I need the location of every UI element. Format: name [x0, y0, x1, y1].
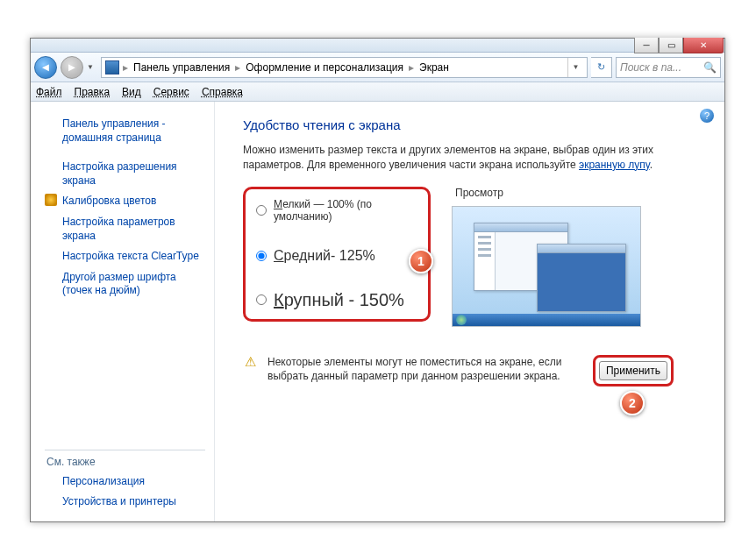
- search-icon: 🔍: [703, 61, 717, 74]
- menu-view[interactable]: Вид: [122, 86, 141, 98]
- radio-large-label: Крупный - 150%: [274, 290, 404, 310]
- search-input[interactable]: Поиск в па... 🔍: [616, 57, 721, 78]
- radio-small-label: Мелкий — 100% (по умолчанию): [274, 198, 417, 223]
- help-icon[interactable]: ?: [700, 109, 714, 123]
- control-panel-window: ─ ▭ ✕ ◄ ► ▼ ▸ Панель управления ▸ Оформл…: [30, 38, 725, 522]
- main-panel: ? Удобство чтения с экрана Можно изменит…: [215, 102, 724, 521]
- back-button[interactable]: ◄: [34, 56, 57, 79]
- options-row: Мелкий — 100% (по умолчанию) Средний- 12…: [243, 187, 702, 327]
- menu-tools[interactable]: Сервис: [153, 86, 189, 98]
- breadcrumb-dropdown[interactable]: ▼: [567, 58, 583, 77]
- chevron-right-icon[interactable]: ▸: [121, 61, 130, 74]
- preview-taskbar: [453, 314, 640, 326]
- preview-image: [452, 206, 641, 327]
- chevron-right-icon[interactable]: ▸: [407, 61, 416, 74]
- breadcrumb-appearance[interactable]: Оформление и персонализация: [244, 61, 405, 74]
- sidebar-home[interactable]: Панель управления - домашняя страница: [45, 114, 205, 148]
- control-panel-icon: [105, 60, 119, 74]
- magnifier-link[interactable]: экранную лупу: [579, 159, 650, 171]
- size-radio-group: Мелкий — 100% (по умолчанию) Средний- 12…: [243, 187, 431, 322]
- apply-wrap: Применить 2: [593, 355, 674, 386]
- radio-large[interactable]: Крупный - 150%: [256, 290, 417, 310]
- warning-row: ⚠ Некоторые элементы могут не поместитьс…: [243, 355, 702, 385]
- preview-start-icon: [456, 315, 467, 325]
- sidebar-devices[interactable]: Устройства и принтеры: [45, 492, 205, 513]
- page-title: Удобство чтения с экрана: [243, 117, 702, 132]
- menu-edit[interactable]: Правка: [75, 86, 111, 98]
- titlebar: ─ ▭ ✕: [31, 39, 724, 53]
- sidebar-calibrate[interactable]: Калибровка цветов: [45, 191, 205, 212]
- sidebar-dpi[interactable]: Другой размер шрифта (точек на дюйм): [45, 267, 205, 301]
- callout-2: 2: [620, 391, 645, 415]
- menu-file[interactable]: Файл: [36, 86, 62, 98]
- nav-bar: ◄ ► ▼ ▸ Панель управления ▸ Оформление и…: [31, 53, 724, 82]
- apply-highlight: Применить 2: [593, 355, 674, 386]
- sidebar-personalization[interactable]: Персонализация: [45, 472, 205, 493]
- radio-medium-label: Средний- 125%: [274, 248, 375, 264]
- divider: [45, 450, 205, 450]
- menu-help[interactable]: Справка: [202, 86, 243, 98]
- see-also-label: См. также: [45, 456, 205, 468]
- sidebar-cleartype[interactable]: Настройка текста ClearType: [45, 246, 205, 267]
- preview-column: Просмотр: [452, 187, 702, 327]
- callout-1: 1: [409, 249, 433, 273]
- breadcrumb-display[interactable]: Экран: [417, 61, 451, 74]
- sidebar-resolution[interactable]: Настройка разрешения экрана: [45, 157, 205, 191]
- radio-medium-input[interactable]: [256, 251, 267, 261]
- chevron-right-icon[interactable]: ▸: [233, 61, 242, 74]
- forward-button[interactable]: ►: [61, 56, 83, 79]
- sidebar: Панель управления - домашняя страница На…: [31, 102, 215, 521]
- preview-window-2: [537, 244, 626, 312]
- radio-small-input[interactable]: [256, 205, 267, 216]
- desc-end: .: [650, 159, 653, 171]
- history-dropdown[interactable]: ▼: [87, 59, 97, 76]
- window-controls: ─ ▭ ✕: [634, 38, 724, 53]
- apply-button[interactable]: Применить: [599, 361, 667, 380]
- radio-medium[interactable]: Средний- 125%: [256, 248, 417, 264]
- sidebar-display-params[interactable]: Настройка параметров экрана: [45, 212, 205, 246]
- page-description: Можно изменить размер текста и других эл…: [243, 143, 702, 173]
- close-button[interactable]: ✕: [683, 38, 724, 53]
- breadcrumb-control-panel[interactable]: Панель управления: [132, 61, 232, 74]
- maximize-button[interactable]: ▭: [659, 38, 683, 53]
- radio-large-input[interactable]: [256, 294, 267, 305]
- minimize-button[interactable]: ─: [634, 38, 659, 53]
- preview-label: Просмотр: [455, 187, 702, 199]
- radio-small[interactable]: Мелкий — 100% (по умолчанию): [256, 198, 417, 223]
- content: Панель управления - домашняя страница На…: [31, 102, 724, 521]
- search-placeholder: Поиск в па...: [620, 61, 681, 74]
- breadcrumb: ▸ Панель управления ▸ Оформление и персо…: [101, 57, 588, 78]
- warning-text: Некоторые элементы могут не поместиться …: [267, 355, 583, 385]
- menu-bar: Файл Правка Вид Сервис Справка: [31, 82, 724, 102]
- refresh-button[interactable]: ↻: [591, 57, 612, 78]
- warning-icon: ⚠: [243, 355, 257, 369]
